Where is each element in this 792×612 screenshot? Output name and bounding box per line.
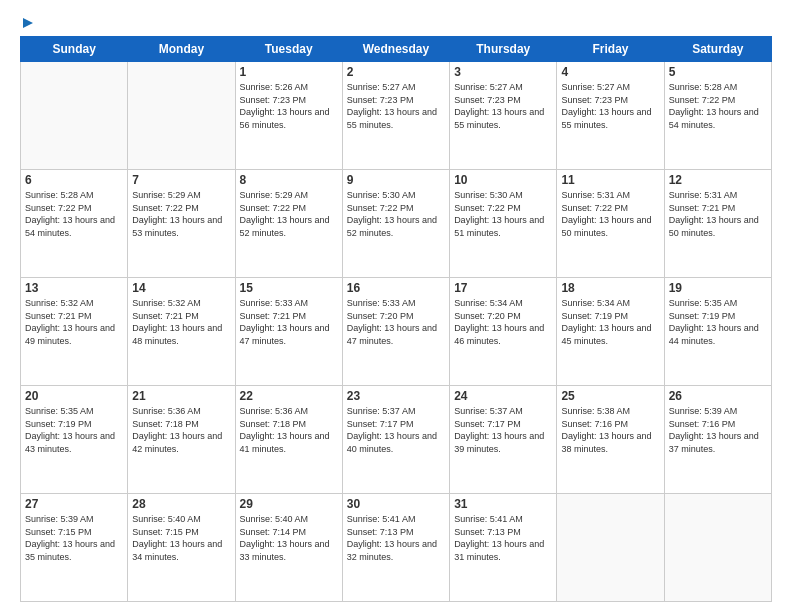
calendar-cell: 4Sunrise: 5:27 AM Sunset: 7:23 PM Daylig…	[557, 62, 664, 170]
day-info: Sunrise: 5:36 AM Sunset: 7:18 PM Dayligh…	[132, 405, 230, 455]
day-number: 12	[669, 173, 767, 187]
calendar-cell: 24Sunrise: 5:37 AM Sunset: 7:17 PM Dayli…	[450, 386, 557, 494]
calendar-week-row: 27Sunrise: 5:39 AM Sunset: 7:15 PM Dayli…	[21, 494, 772, 602]
logo-arrow-icon	[23, 18, 33, 28]
day-number: 18	[561, 281, 659, 295]
calendar-cell: 17Sunrise: 5:34 AM Sunset: 7:20 PM Dayli…	[450, 278, 557, 386]
calendar-week-row: 6Sunrise: 5:28 AM Sunset: 7:22 PM Daylig…	[21, 170, 772, 278]
calendar-cell: 15Sunrise: 5:33 AM Sunset: 7:21 PM Dayli…	[235, 278, 342, 386]
calendar-cell	[664, 494, 771, 602]
day-number: 20	[25, 389, 123, 403]
day-number: 26	[669, 389, 767, 403]
day-info: Sunrise: 5:27 AM Sunset: 7:23 PM Dayligh…	[561, 81, 659, 131]
day-info: Sunrise: 5:38 AM Sunset: 7:16 PM Dayligh…	[561, 405, 659, 455]
page: SundayMondayTuesdayWednesdayThursdayFrid…	[0, 0, 792, 612]
day-info: Sunrise: 5:29 AM Sunset: 7:22 PM Dayligh…	[132, 189, 230, 239]
calendar-cell: 21Sunrise: 5:36 AM Sunset: 7:18 PM Dayli…	[128, 386, 235, 494]
day-of-week-header: Saturday	[664, 37, 771, 62]
day-number: 10	[454, 173, 552, 187]
calendar-cell: 25Sunrise: 5:38 AM Sunset: 7:16 PM Dayli…	[557, 386, 664, 494]
day-info: Sunrise: 5:37 AM Sunset: 7:17 PM Dayligh…	[454, 405, 552, 455]
day-number: 19	[669, 281, 767, 295]
calendar-cell: 2Sunrise: 5:27 AM Sunset: 7:23 PM Daylig…	[342, 62, 449, 170]
day-info: Sunrise: 5:39 AM Sunset: 7:16 PM Dayligh…	[669, 405, 767, 455]
day-info: Sunrise: 5:40 AM Sunset: 7:14 PM Dayligh…	[240, 513, 338, 563]
day-info: Sunrise: 5:41 AM Sunset: 7:13 PM Dayligh…	[347, 513, 445, 563]
day-number: 11	[561, 173, 659, 187]
day-number: 30	[347, 497, 445, 511]
day-number: 23	[347, 389, 445, 403]
calendar-cell: 27Sunrise: 5:39 AM Sunset: 7:15 PM Dayli…	[21, 494, 128, 602]
day-number: 14	[132, 281, 230, 295]
day-number: 1	[240, 65, 338, 79]
day-number: 22	[240, 389, 338, 403]
day-info: Sunrise: 5:30 AM Sunset: 7:22 PM Dayligh…	[347, 189, 445, 239]
day-info: Sunrise: 5:27 AM Sunset: 7:23 PM Dayligh…	[454, 81, 552, 131]
calendar-cell: 18Sunrise: 5:34 AM Sunset: 7:19 PM Dayli…	[557, 278, 664, 386]
day-info: Sunrise: 5:32 AM Sunset: 7:21 PM Dayligh…	[25, 297, 123, 347]
day-number: 3	[454, 65, 552, 79]
calendar-week-row: 1Sunrise: 5:26 AM Sunset: 7:23 PM Daylig…	[21, 62, 772, 170]
day-info: Sunrise: 5:41 AM Sunset: 7:13 PM Dayligh…	[454, 513, 552, 563]
calendar-cell: 13Sunrise: 5:32 AM Sunset: 7:21 PM Dayli…	[21, 278, 128, 386]
day-number: 21	[132, 389, 230, 403]
day-info: Sunrise: 5:35 AM Sunset: 7:19 PM Dayligh…	[669, 297, 767, 347]
day-number: 28	[132, 497, 230, 511]
day-of-week-header: Wednesday	[342, 37, 449, 62]
calendar-cell: 16Sunrise: 5:33 AM Sunset: 7:20 PM Dayli…	[342, 278, 449, 386]
calendar-week-row: 20Sunrise: 5:35 AM Sunset: 7:19 PM Dayli…	[21, 386, 772, 494]
calendar-header-row: SundayMondayTuesdayWednesdayThursdayFrid…	[21, 37, 772, 62]
calendar-cell: 26Sunrise: 5:39 AM Sunset: 7:16 PM Dayli…	[664, 386, 771, 494]
calendar-cell: 19Sunrise: 5:35 AM Sunset: 7:19 PM Dayli…	[664, 278, 771, 386]
day-of-week-header: Thursday	[450, 37, 557, 62]
day-info: Sunrise: 5:39 AM Sunset: 7:15 PM Dayligh…	[25, 513, 123, 563]
calendar-cell: 7Sunrise: 5:29 AM Sunset: 7:22 PM Daylig…	[128, 170, 235, 278]
calendar-cell: 1Sunrise: 5:26 AM Sunset: 7:23 PM Daylig…	[235, 62, 342, 170]
header	[20, 16, 772, 26]
day-number: 15	[240, 281, 338, 295]
day-number: 16	[347, 281, 445, 295]
calendar-table: SundayMondayTuesdayWednesdayThursdayFrid…	[20, 36, 772, 602]
calendar-cell: 28Sunrise: 5:40 AM Sunset: 7:15 PM Dayli…	[128, 494, 235, 602]
day-info: Sunrise: 5:34 AM Sunset: 7:19 PM Dayligh…	[561, 297, 659, 347]
day-info: Sunrise: 5:37 AM Sunset: 7:17 PM Dayligh…	[347, 405, 445, 455]
calendar-cell: 14Sunrise: 5:32 AM Sunset: 7:21 PM Dayli…	[128, 278, 235, 386]
day-of-week-header: Sunday	[21, 37, 128, 62]
day-number: 4	[561, 65, 659, 79]
day-number: 25	[561, 389, 659, 403]
day-info: Sunrise: 5:33 AM Sunset: 7:21 PM Dayligh…	[240, 297, 338, 347]
day-info: Sunrise: 5:34 AM Sunset: 7:20 PM Dayligh…	[454, 297, 552, 347]
calendar-cell	[128, 62, 235, 170]
logo	[20, 16, 33, 26]
calendar-cell: 31Sunrise: 5:41 AM Sunset: 7:13 PM Dayli…	[450, 494, 557, 602]
day-number: 9	[347, 173, 445, 187]
calendar-cell: 8Sunrise: 5:29 AM Sunset: 7:22 PM Daylig…	[235, 170, 342, 278]
calendar-cell: 23Sunrise: 5:37 AM Sunset: 7:17 PM Dayli…	[342, 386, 449, 494]
day-info: Sunrise: 5:35 AM Sunset: 7:19 PM Dayligh…	[25, 405, 123, 455]
calendar-cell: 29Sunrise: 5:40 AM Sunset: 7:14 PM Dayli…	[235, 494, 342, 602]
day-info: Sunrise: 5:26 AM Sunset: 7:23 PM Dayligh…	[240, 81, 338, 131]
day-info: Sunrise: 5:31 AM Sunset: 7:22 PM Dayligh…	[561, 189, 659, 239]
day-info: Sunrise: 5:30 AM Sunset: 7:22 PM Dayligh…	[454, 189, 552, 239]
calendar-cell: 11Sunrise: 5:31 AM Sunset: 7:22 PM Dayli…	[557, 170, 664, 278]
calendar-cell: 22Sunrise: 5:36 AM Sunset: 7:18 PM Dayli…	[235, 386, 342, 494]
day-info: Sunrise: 5:40 AM Sunset: 7:15 PM Dayligh…	[132, 513, 230, 563]
day-info: Sunrise: 5:32 AM Sunset: 7:21 PM Dayligh…	[132, 297, 230, 347]
day-of-week-header: Friday	[557, 37, 664, 62]
calendar-cell: 6Sunrise: 5:28 AM Sunset: 7:22 PM Daylig…	[21, 170, 128, 278]
day-number: 6	[25, 173, 123, 187]
calendar-cell: 12Sunrise: 5:31 AM Sunset: 7:21 PM Dayli…	[664, 170, 771, 278]
calendar-cell: 3Sunrise: 5:27 AM Sunset: 7:23 PM Daylig…	[450, 62, 557, 170]
day-number: 2	[347, 65, 445, 79]
calendar-cell	[21, 62, 128, 170]
day-number: 7	[132, 173, 230, 187]
day-info: Sunrise: 5:27 AM Sunset: 7:23 PM Dayligh…	[347, 81, 445, 131]
calendar-cell	[557, 494, 664, 602]
calendar-week-row: 13Sunrise: 5:32 AM Sunset: 7:21 PM Dayli…	[21, 278, 772, 386]
day-info: Sunrise: 5:31 AM Sunset: 7:21 PM Dayligh…	[669, 189, 767, 239]
day-number: 27	[25, 497, 123, 511]
day-of-week-header: Monday	[128, 37, 235, 62]
day-info: Sunrise: 5:28 AM Sunset: 7:22 PM Dayligh…	[669, 81, 767, 131]
day-info: Sunrise: 5:33 AM Sunset: 7:20 PM Dayligh…	[347, 297, 445, 347]
day-info: Sunrise: 5:29 AM Sunset: 7:22 PM Dayligh…	[240, 189, 338, 239]
